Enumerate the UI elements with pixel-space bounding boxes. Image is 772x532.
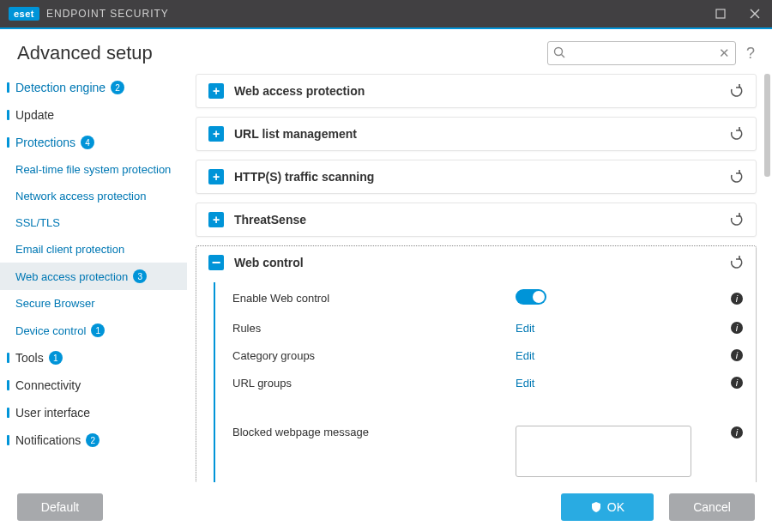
search-icon: [553, 46, 565, 58]
expand-icon[interactable]: +: [208, 169, 224, 184]
sidebar-item-ssl-tls[interactable]: SSL/TLS: [0, 209, 187, 236]
setting-enable-web-control: Enable Web control i: [232, 282, 744, 314]
panel-body: Enable Web control i Rules Edit i Catego…: [214, 282, 744, 487]
panel-web-access-protection: + Web access protection: [196, 74, 757, 108]
info-icon[interactable]: i: [730, 321, 744, 335]
panel-https-traffic-scanning: + HTTP(S) traffic scanning: [196, 160, 757, 194]
window-maximize-icon[interactable]: [703, 0, 738, 27]
panel-header[interactable]: + ThreatSense: [196, 203, 756, 236]
edit-category-groups-link[interactable]: Edit: [516, 349, 534, 362]
scrollbar[interactable]: [764, 74, 770, 177]
panel-title: HTTP(S) traffic scanning: [234, 170, 374, 184]
sidebar-label: Connectivity: [15, 378, 81, 392]
toggle-enable-web-control[interactable]: [516, 289, 546, 305]
undo-icon[interactable]: [728, 126, 744, 142]
setting-label: Category groups: [232, 349, 516, 362]
panel-title: Web control: [234, 256, 304, 269]
sidebar-item-secure-browser[interactable]: Secure Browser: [0, 290, 187, 317]
edit-url-groups-link[interactable]: Edit: [516, 377, 534, 390]
ok-button[interactable]: OK: [561, 493, 654, 521]
setting-rules: Rules Edit i: [232, 314, 744, 342]
expand-icon[interactable]: +: [208, 126, 224, 142]
info-icon[interactable]: i: [730, 348, 744, 362]
sidebar-item-connectivity[interactable]: Connectivity: [0, 372, 187, 399]
clear-search-icon[interactable]: ✕: [719, 45, 730, 61]
help-icon[interactable]: ?: [746, 45, 755, 63]
panel-web-control: − Web control Enable Web control i Rules…: [196, 245, 757, 499]
product-name: ENDPOINT SECURITY: [46, 8, 169, 20]
sidebar-item-user-interface[interactable]: User interface: [0, 399, 187, 426]
setting-category-groups: Category groups Edit i: [232, 342, 744, 369]
search-input[interactable]: [547, 41, 736, 65]
undo-icon[interactable]: [728, 212, 744, 227]
badge: 3: [133, 269, 147, 283]
sidebar-item-protections[interactable]: Protections 4: [0, 129, 187, 156]
sidebar-item-device-control[interactable]: Device control 1: [0, 317, 187, 344]
sidebar-item-notifications[interactable]: Notifications 2: [0, 426, 187, 454]
sidebar-label: Protections: [15, 136, 75, 149]
footer: Default OK Cancel: [0, 482, 772, 532]
sidebar-label: Detection engine: [15, 81, 106, 94]
sidebar-item-tools[interactable]: Tools 1: [0, 344, 187, 372]
undo-icon[interactable]: [728, 255, 744, 270]
sidebar-item-network-access[interactable]: Network access protection: [0, 183, 187, 209]
content-area: + Web access protection + URL list manag…: [187, 74, 772, 499]
ok-label: OK: [607, 500, 624, 514]
expand-icon[interactable]: +: [208, 83, 224, 99]
info-icon[interactable]: i: [730, 376, 744, 390]
collapse-icon[interactable]: −: [208, 255, 224, 270]
badge: 2: [111, 81, 124, 94]
badge: 1: [49, 351, 63, 365]
sidebar-item-detection-engine[interactable]: Detection engine 2: [0, 74, 187, 101]
svg-point-3: [554, 48, 562, 56]
header: Advanced setup ✕ ?: [0, 29, 772, 74]
info-icon[interactable]: i: [730, 426, 744, 439]
shield-icon: [590, 501, 602, 513]
sidebar-item-update[interactable]: Update: [0, 101, 187, 129]
expand-icon[interactable]: +: [208, 212, 224, 227]
panel-header[interactable]: + URL list management: [196, 118, 756, 150]
undo-icon[interactable]: [728, 83, 744, 99]
undo-icon[interactable]: [728, 169, 744, 184]
sidebar-label: Web access protection: [15, 270, 128, 283]
panel-threatsense: + ThreatSense: [196, 203, 757, 237]
panel-header[interactable]: + Web access protection: [196, 75, 756, 107]
panel-title: URL list management: [234, 127, 357, 141]
cancel-button[interactable]: Cancel: [669, 493, 755, 521]
search-box: ✕: [547, 41, 736, 65]
page-title: Advanced setup: [17, 42, 153, 64]
setting-blocked-message: Blocked webpage message i: [232, 419, 744, 487]
setting-label: Blocked webpage message: [232, 426, 516, 438]
badge: 4: [81, 136, 94, 149]
panel-header[interactable]: − Web control: [196, 246, 756, 279]
svg-rect-0: [716, 9, 725, 18]
panel-url-list-management: + URL list management: [196, 117, 757, 151]
sidebar-label: User interface: [15, 406, 90, 420]
sidebar-item-rtfs[interactable]: Real-time file system protection: [0, 156, 187, 183]
setting-label: URL groups: [232, 377, 516, 390]
sidebar-label: Notifications: [15, 433, 81, 447]
setting-label: Enable Web control: [232, 292, 516, 305]
sidebar: Detection engine 2 Update Protections 4 …: [0, 74, 187, 499]
badge: 2: [86, 433, 100, 447]
badge: 1: [91, 323, 105, 337]
sidebar-label: Device control: [15, 324, 86, 337]
setting-label: Rules: [232, 322, 516, 335]
window-close-icon[interactable]: [738, 0, 772, 27]
titlebar: eset ENDPOINT SECURITY: [0, 0, 772, 27]
blocked-message-textarea[interactable]: [516, 426, 691, 477]
panel-title: ThreatSense: [234, 213, 306, 227]
sidebar-label: Update: [15, 108, 54, 122]
panel-title: Web access protection: [234, 84, 365, 98]
brand-logo: eset: [9, 7, 39, 21]
sidebar-item-email-client[interactable]: Email client protection: [0, 236, 187, 263]
panel-header[interactable]: + HTTP(S) traffic scanning: [196, 160, 756, 193]
default-button[interactable]: Default: [17, 493, 103, 521]
edit-rules-link[interactable]: Edit: [516, 322, 534, 335]
svg-line-4: [561, 55, 564, 58]
setting-url-groups: URL groups Edit i: [232, 369, 744, 396]
sidebar-item-web-access[interactable]: Web access protection 3: [0, 263, 187, 290]
info-icon[interactable]: i: [730, 292, 744, 305]
sidebar-label: Tools: [15, 351, 44, 365]
